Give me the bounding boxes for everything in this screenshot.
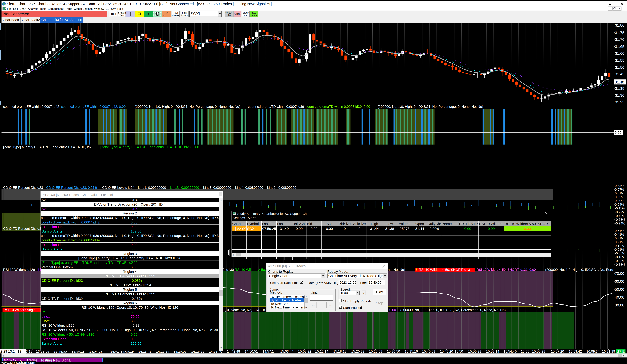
svg-text:0.00: 0.00: [615, 131, 622, 135]
svg-text:15:30:50: 15:30:50: [387, 350, 400, 353]
svg-text:15:35:16: 15:35:16: [405, 350, 418, 353]
svg-text:RSI 10 Wilders id126: RSI 10 Wilders id126: [3, 268, 35, 272]
svg-text:!: !: [416, 268, 417, 272]
svg-text:16:21:39: 16:21:39: [602, 350, 615, 353]
svg-text:15:55:28: 15:55:28: [532, 350, 545, 353]
svg-text:(200000, No, 1.0, High, 0, ID0: (200000, No, 1.0, High, 0, ID0.SG1, No, …: [400, 308, 506, 312]
svg-text:-0.42%: -0.42%: [615, 214, 625, 218]
svg-text:Line3: 0.00000000: Line3: 0.00000000: [203, 186, 231, 189]
svg-text:15:50: 15:50: [455, 350, 463, 353]
svg-text:0.51%: 0.51%: [615, 229, 624, 233]
svg-text:31.50: 31.50: [615, 65, 624, 69]
svg-text:15:12:14: 15:12:14: [315, 350, 328, 353]
svg-text:count cd o-emaTD within 0.0007: count cd o-emaTD within 0.0007 id39: [248, 105, 304, 109]
svg-text:31.45: 31.45: [615, 72, 624, 76]
svg-text:15:18:18: 15:18:18: [333, 350, 347, 353]
svg-text:14:42:48: 14:42:48: [227, 350, 240, 353]
svg-text:0.51%: 0.51%: [615, 191, 624, 195]
svg-text:50.00: 50.00: [615, 287, 624, 291]
svg-text:0.35%: 0.35%: [615, 195, 624, 199]
svg-text:14:50:51: 14:50:51: [245, 350, 258, 353]
svg-text:-0.58%: -0.58%: [615, 218, 625, 222]
svg-text:0.11%: 0.11%: [615, 244, 624, 248]
svg-text:31.75: 31.75: [615, 31, 624, 35]
svg-text:CD O-EE Percent Dis id23: CD O-EE Percent Dis id23: [3, 186, 43, 189]
svg-text:15:08:22: 15:08:22: [298, 350, 311, 353]
svg-text:0.67%: 0.67%: [615, 188, 624, 191]
svg-text:0.04%: 0.04%: [615, 203, 624, 206]
svg-text:3:18: 3:18: [26, 350, 33, 353]
svg-text:-0.18%: -0.18%: [615, 255, 625, 259]
svg-text:0.00: 0.00: [389, 308, 396, 312]
svg-text:0.20%: 0.20%: [615, 199, 624, 203]
svg-text:-0.27%: -0.27%: [615, 210, 625, 214]
svg-text:Line4: 0.00800000: Line4: 0.00800000: [235, 186, 263, 189]
svg-text:(200000, No, 1.0, High, 0, ID0: (200000, No, 1.0, High, 0, ID0.SG1, No, …: [545, 268, 613, 272]
svg-text:31.40: 31.40: [615, 80, 624, 84]
svg-text:15:55: 15:55: [521, 350, 529, 353]
svg-text:0.41%: 0.41%: [615, 233, 624, 236]
svg-text:RSI 10 Wilders < 50, SHORT id1: RSI 10 Wilders < 50, SHORT id131: 0.00: [476, 268, 536, 272]
svg-text:31.80: 31.80: [615, 23, 624, 27]
svg-text:15:25:58: 15:25:58: [369, 350, 382, 353]
svg-text:15:54:40: 15:54:40: [504, 350, 517, 353]
svg-text:count cd o-emaEE within 0.0007: count cd o-emaEE within 0.0007 id42: 0.0…: [61, 105, 126, 109]
svg-text:count cd o-emaEE within 0.0007: count cd o-emaEE within 0.0007 id42: [3, 105, 59, 109]
svg-text:31.35: 31.35: [615, 86, 624, 91]
svg-text:40.00: 40.00: [615, 295, 624, 299]
svg-text:RSI 10 Wilders < 50, SHORT id1: RSI 10 Wilders < 50, SHORT id131: [419, 268, 472, 272]
svg-text:15:57:20: 15:57:20: [551, 350, 564, 353]
svg-text:0.83%: 0.83%: [615, 184, 624, 188]
svg-text:15:59:42: 15:59:42: [569, 350, 582, 353]
svg-text:Line1: 0.00250000: Line1: 0.00250000: [138, 186, 166, 189]
svg-text:15:40:53: 15:40:53: [422, 350, 435, 353]
svg-text:-0.11%: -0.11%: [615, 206, 625, 210]
svg-text:16:09:34: 16:09:34: [586, 350, 600, 353]
svg-text:60.00: 60.00: [615, 279, 624, 283]
svg-text:RSI 10: RSI 10: [256, 308, 266, 312]
svg-text:31.30: 31.30: [615, 93, 624, 97]
svg-text:Line5: -0.00800000: Line5: -0.00800000: [267, 186, 296, 189]
svg-text:27 E: 27 E: [617, 350, 625, 354]
svg-text:-0.08%: -0.08%: [615, 251, 625, 255]
svg-text:(200000, No, 1.0, High, 0, ID0: (200000, No, 1.0, High, 0, ID0.SG1, No, …: [135, 105, 240, 109]
svg-text:CD O-EE Percent Dis id23: 0.21: CD O-EE Percent Dis id23: 0.21%: [46, 186, 98, 189]
svg-text:15:52:14: 15:52:14: [486, 350, 499, 353]
svg-text:31.25: 31.25: [615, 100, 624, 104]
svg-text:15:50:23: 15:50:23: [468, 350, 481, 353]
svg-text:14:57:14: 14:57:14: [262, 350, 276, 353]
svg-text:Line2: -0.00250000: Line2: -0.00250000: [170, 186, 199, 189]
svg-text:31.70: 31.70: [615, 37, 624, 42]
svg-text:CD O-EE Levels id24: CD O-EE Levels id24: [102, 186, 134, 189]
svg-text:0.21%: 0.21%: [615, 240, 624, 244]
svg-text:15:46:20: 15:46:20: [440, 350, 453, 353]
svg-text:(200000, No, 1.0, High, 0, ID0: (200000, No, 1.0, High, 0, ID0.SG1, No, …: [378, 105, 483, 109]
svg-text:30.00: 30.00: [615, 303, 624, 307]
svg-text:, 0, None, No, No): , 0, None, No, No): [225, 308, 253, 312]
svg-text:70.00: 70.00: [615, 271, 624, 275]
svg-text:-0.28%: -0.28%: [615, 259, 625, 263]
svg-text:RSI 10 Wilders Angle: RSI 10 Wilders Angle: [3, 308, 36, 312]
svg-text:2-29 13:24:19: 2-29 13:24:19: [0, 350, 21, 353]
svg-text:[Zone Type] a. entry EE = TRUE: [Zone Type] a. entry EE = TRUE and entry…: [3, 145, 93, 149]
svg-text:31.55: 31.55: [615, 58, 624, 62]
svg-text:31.65: 31.65: [615, 45, 624, 49]
svg-text:[Zone Type] a. entry EE = TRUE: [Zone Type] a. entry EE = TRUE and entry…: [100, 145, 199, 149]
svg-text:15:03:44: 15:03:44: [280, 350, 293, 353]
svg-text:0.01%: 0.01%: [615, 248, 624, 251]
svg-text:-0.38%: -0.38%: [615, 263, 625, 267]
svg-text:0.31%: 0.31%: [615, 236, 624, 240]
svg-text:count cd o-emaTD within 0.0007: count cd o-emaTD within 0.0007 id39: 0.0…: [306, 105, 370, 109]
svg-text:15:20:32: 15:20:32: [351, 350, 365, 353]
svg-text:31.60: 31.60: [615, 51, 624, 55]
svg-text:CD O-TD Percent Dis id32: CD O-TD Percent Dis id32: [3, 227, 43, 230]
svg-text:-0.74%: -0.74%: [615, 222, 625, 225]
